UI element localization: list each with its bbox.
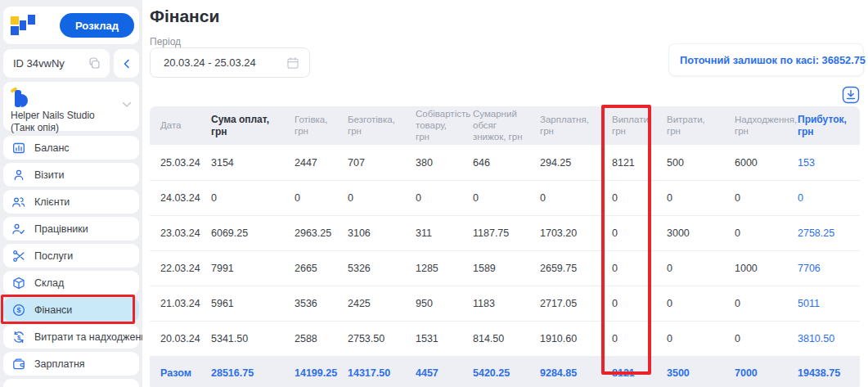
column-header: Зарплатня, грн <box>529 106 601 145</box>
table-cell: 0 <box>601 286 656 321</box>
table-cell: 5341.50 <box>200 321 284 356</box>
table-cell: 2425 <box>337 286 405 321</box>
period-date-range-value: 20.03.24 - 25.03.24 <box>164 56 256 69</box>
row-date-cell: 20.03.24 <box>150 321 200 356</box>
table-cell: 2717.05 <box>529 286 601 321</box>
cashflow-icon: $ <box>11 330 25 344</box>
table-row: 21.03.2459613536242595011832717.05000501… <box>150 286 860 321</box>
totals-cell: 9284.85 <box>529 356 601 387</box>
sidebar-item-label: Баланс <box>34 142 70 154</box>
table-row: 25.03.2431542447707380646294.25812150060… <box>150 145 860 180</box>
table-cell: 0 <box>601 180 656 215</box>
helper-logo-icon <box>11 15 35 37</box>
table-cell: 1531 <box>405 321 462 356</box>
table-row: 22.03.24799126655326128515892659.7500100… <box>150 250 860 286</box>
sidebar-item-employees[interactable]: Працівники <box>3 217 139 241</box>
table-cell: 0 <box>656 250 724 286</box>
column-header: Виплати, грн <box>601 106 656 145</box>
employees-icon <box>11 222 25 236</box>
sidebar-item-stock[interactable]: Склад <box>3 271 139 295</box>
calendar-icon <box>286 56 299 70</box>
table-cell: 311 <box>405 215 462 250</box>
table-row: 20.03.245341.5025882753.501531814.501910… <box>150 321 860 356</box>
table-cell: 2659.75 <box>529 250 601 286</box>
sidebar-item-salary[interactable]: Зарплатня <box>3 352 139 376</box>
table-cell: 0 <box>529 180 601 215</box>
table-cell: 646 <box>462 145 529 180</box>
sidebar-item-services[interactable]: Послуги <box>3 244 139 268</box>
column-header: Готівка, грн <box>284 106 337 145</box>
table-cell: 2665 <box>284 250 337 286</box>
cash-balance-dropdown[interactable]: Поточний залишок по касі: 36852.75 ₴ <box>668 43 864 76</box>
totals-cell: 5420.25 <box>462 356 529 387</box>
account-id: ID 34vwNy <box>13 57 65 70</box>
table-cell: 1910.60 <box>529 321 601 356</box>
app-window: Розклад ID 34vwNy <box>0 0 868 387</box>
sidebar-item-expenses-income[interactable]: $ Витрати та надходження <box>3 325 139 349</box>
table-totals-row: Разом28516.7514199.2514317.5044575420.25… <box>150 356 860 387</box>
table-cell: 5011 <box>787 286 860 321</box>
studio-selector[interactable]: Helper Nails Studio (Танк опія) <box>3 82 139 131</box>
column-header: Безготівка, грн <box>337 106 405 145</box>
sidebar-collapse-button[interactable] <box>114 49 139 78</box>
table-cell: 1703.20 <box>529 215 601 250</box>
sidebar-item-visits[interactable]: Візити <box>3 163 139 187</box>
totals-cell: 28516.75 <box>200 356 284 387</box>
table-cell: 2447 <box>284 145 337 180</box>
table-cell: 7991 <box>200 250 284 286</box>
table-cell: 0 <box>724 286 787 321</box>
sidebar-item-label: Витрати та надходження <box>34 331 152 343</box>
table-cell: 0 <box>601 215 656 250</box>
table-cell: 6000 <box>724 145 787 180</box>
sidebar-item-clients[interactable]: Клієнти <box>3 190 139 214</box>
page-title: Фінанси <box>150 7 219 26</box>
totals-cell: 19438.75 <box>787 356 860 387</box>
column-header: Собівартість товару, грн <box>405 106 462 145</box>
column-header: Сума оплат, грн <box>200 106 284 145</box>
sidebar-next-card-edge <box>3 379 139 387</box>
table-cell: 2758.25 <box>787 215 860 250</box>
table-cell: 8121 <box>601 145 656 180</box>
period-date-range-input[interactable]: 20.03.24 - 25.03.24 <box>150 47 310 78</box>
table-cell: 0 <box>601 250 656 286</box>
table-cell: 2753.50 <box>337 321 405 356</box>
table-cell: 0 <box>724 215 787 250</box>
table-cell: 294.25 <box>529 145 601 180</box>
balance-icon <box>11 141 25 155</box>
column-header: Надходження, грн <box>724 106 787 145</box>
download-report-button[interactable] <box>842 86 860 104</box>
salary-icon <box>11 357 25 371</box>
table-cell: 500 <box>656 145 724 180</box>
period-label: Період <box>150 36 181 47</box>
svg-text:$: $ <box>16 306 20 314</box>
totals-cell: 14317.50 <box>337 356 405 387</box>
copy-icon[interactable] <box>88 56 101 70</box>
finances-icon: $ <box>11 303 25 317</box>
totals-cell: 3500 <box>656 356 724 387</box>
row-date-cell: 23.03.24 <box>150 215 200 250</box>
table-cell: 3154 <box>200 145 284 180</box>
stock-icon <box>11 276 25 290</box>
sidebar-item-label: Візити <box>34 169 65 181</box>
studio-logo-icon <box>11 88 133 109</box>
sidebar-item-finances[interactable]: $ Фінанси <box>3 298 139 322</box>
table-row: 24.03.240000000000 <box>150 180 860 215</box>
column-header: Витрати, грн <box>656 106 724 145</box>
account-id-card: ID 34vwNy <box>3 49 110 78</box>
sidebar-item-label: Послуги <box>34 250 73 262</box>
table-cell: 0 <box>405 180 462 215</box>
totals-cell: 4457 <box>405 356 462 387</box>
table-cell: 0 <box>656 286 724 321</box>
totals-cell: 7000 <box>724 356 787 387</box>
table-cell: 0 <box>601 321 656 356</box>
table-cell: 5961 <box>200 286 284 321</box>
table-cell: 814.50 <box>462 321 529 356</box>
schedule-button[interactable]: Розклад <box>60 13 134 38</box>
table-cell: 3106 <box>337 215 405 250</box>
table-cell: 0 <box>724 180 787 215</box>
studio-name: Helper Nails Studio (Танк опія) <box>11 110 107 134</box>
table-cell: 707 <box>337 145 405 180</box>
sidebar-item-balance[interactable]: Баланс <box>3 136 139 160</box>
brand-card: Розклад <box>3 7 139 44</box>
row-date-cell: 24.03.24 <box>150 180 200 215</box>
